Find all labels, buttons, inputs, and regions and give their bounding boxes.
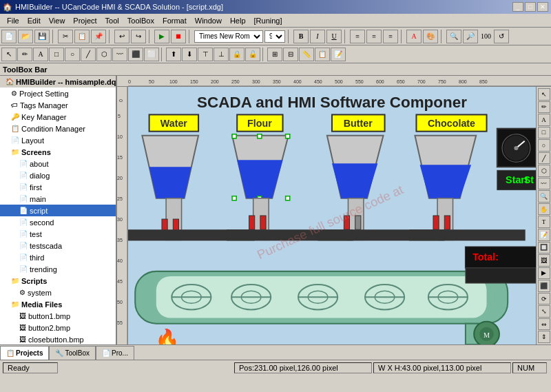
rt-hand[interactable]: ✋ <box>538 203 550 216</box>
prop-button[interactable]: 📋 <box>315 48 330 61</box>
align-top-button[interactable]: ⊤ <box>198 48 213 61</box>
rt-text[interactable]: A <box>538 114 550 126</box>
tree-screen-trending[interactable]: 📄 trending <box>0 263 116 275</box>
rt-line[interactable]: ╱ <box>538 152 550 165</box>
select-button[interactable]: ↖ <box>1 48 17 61</box>
menu-window[interactable]: Window <box>191 15 226 26</box>
snap-button[interactable]: ⊟ <box>283 48 298 61</box>
grid-button[interactable]: ⊞ <box>267 48 282 61</box>
tree-screen-testscada[interactable]: 📄 testscada <box>0 240 116 251</box>
stop-button[interactable]: ⏹ <box>171 30 186 43</box>
italic-button[interactable]: I <box>310 30 325 43</box>
move-back-button[interactable]: ⬇ <box>182 48 197 61</box>
align-bottom-button[interactable]: ⊥ <box>214 48 229 61</box>
rt-ellipse[interactable]: ○ <box>538 139 550 152</box>
rect-button[interactable]: □ <box>49 48 64 61</box>
cut-button[interactable]: ✂ <box>58 30 73 43</box>
tree-scripts[interactable]: 📁 Scripts <box>0 275 116 287</box>
bold-button[interactable]: B <box>293 30 309 43</box>
menu-project[interactable]: Project <box>69 15 101 26</box>
paste-button[interactable]: 📌 <box>91 30 106 43</box>
text-button[interactable]: A <box>33 48 48 61</box>
ruler-button[interactable]: 📏 <box>299 48 314 61</box>
tree-project-setting[interactable]: ⚙ Project Setting <box>0 87 116 99</box>
pointer-button[interactable]: ✏ <box>17 48 32 61</box>
zoom-reset-button[interactable]: ↺ <box>494 30 509 43</box>
rt-curve[interactable]: 〰 <box>538 178 550 190</box>
rt-select[interactable]: ↖ <box>538 88 550 101</box>
rt-flipv[interactable]: ⇕ <box>538 331 550 343</box>
menu-help[interactable]: Help <box>226 15 250 26</box>
ellipse-button[interactable]: ○ <box>65 48 80 61</box>
tree-screens[interactable]: 📁 Screens <box>0 146 116 158</box>
tree-screen-first[interactable]: 📄 first <box>0 181 116 193</box>
tree-screen-script[interactable]: 📄 script <box>0 205 116 216</box>
tree-layout[interactable]: 📄 Layout <box>0 134 116 146</box>
tree-screen-main[interactable]: 📄 main <box>0 193 116 205</box>
rt-zoom[interactable]: 🔍 <box>538 190 550 203</box>
save-button[interactable]: 💾 <box>34 30 50 43</box>
rt-rotate[interactable]: ⟳ <box>538 293 550 305</box>
line-button[interactable]: ╱ <box>81 48 96 61</box>
zoom-in-button[interactable]: 🔍 <box>446 30 461 43</box>
menu-edit[interactable]: Edit <box>23 15 45 26</box>
align-center-button[interactable]: ≡ <box>366 30 382 43</box>
tree-button2[interactable]: 🖼 button2.bmp <box>0 322 116 333</box>
group-button[interactable]: ⬛ <box>128 48 143 61</box>
maximize-button[interactable]: □ <box>525 2 536 12</box>
menu-running[interactable]: [Runing] <box>250 15 287 26</box>
rt-symbol[interactable]: 🔲 <box>538 242 550 254</box>
open-button[interactable]: 📂 <box>18 30 33 43</box>
menu-toolbox[interactable]: ToolBox <box>123 15 158 26</box>
move-front-button[interactable]: ⬆ <box>166 48 181 61</box>
new-button[interactable]: 📄 <box>1 30 17 43</box>
bg-color-button[interactable]: 🎨 <box>423 30 438 43</box>
close-button[interactable]: ✕ <box>537 2 548 12</box>
tree-system[interactable]: ⚙ system <box>0 287 116 298</box>
tree-screen-about[interactable]: 📄 about <box>0 158 116 169</box>
tree-screen-dialog[interactable]: 📄 dialog <box>0 169 116 181</box>
tree-closebutton[interactable]: 🖼 closebutton.bmp <box>0 333 116 344</box>
rt-resize[interactable]: ⤡ <box>538 305 550 318</box>
rt-note[interactable]: 📝 <box>538 229 550 241</box>
tree-screen-third[interactable]: 📄 third <box>0 251 116 263</box>
tree-root[interactable]: 🏠 HMIBuilder -- hmisample.dq <box>0 76 116 87</box>
rt-draw[interactable]: ✏ <box>538 101 550 114</box>
rt-rect[interactable]: □ <box>538 127 550 139</box>
minimize-button[interactable]: _ <box>512 2 523 12</box>
font-color-button[interactable]: A <box>406 30 422 43</box>
align-right-button[interactable]: ≡ <box>383 30 398 43</box>
poly-button[interactable]: ⬡ <box>96 48 112 61</box>
rt-stop[interactable]: ⬛ <box>538 280 550 292</box>
rt-image[interactable]: 🖼 <box>538 254 550 267</box>
canvas-content[interactable]: SCADA and HMI Software Componer Water <box>128 87 536 344</box>
redo-button[interactable]: ↪ <box>131 30 146 43</box>
menu-file[interactable]: File <box>3 15 23 26</box>
font-size-select[interactable]: 9 <box>264 30 285 43</box>
rt-play[interactable]: ▶ <box>538 267 550 280</box>
tree-tags-manager[interactable]: 🏷 Tags Manager <box>0 99 116 111</box>
lock-button[interactable]: 🔒 <box>229 48 245 61</box>
tab-toolbox[interactable]: 🔧 ToolBox <box>49 346 96 360</box>
font-name-select[interactable]: Times New Roman <box>194 30 263 43</box>
tab-properties[interactable]: 📄 Pro... <box>96 346 134 360</box>
tree-screen-second[interactable]: 📄 second <box>0 216 116 228</box>
rt-poly[interactable]: ⬡ <box>538 165 550 177</box>
ungroup-button[interactable]: ⬜ <box>144 48 159 61</box>
run-button[interactable]: ▶ <box>154 30 169 43</box>
rt-component[interactable]: T <box>538 216 550 228</box>
rt-fliph[interactable]: ⇔ <box>538 318 550 331</box>
menu-tool[interactable]: Tool <box>101 15 123 26</box>
tree-key-manager[interactable]: 🔑 Key Manager <box>0 111 116 123</box>
menu-view[interactable]: View <box>45 15 70 26</box>
spline-button[interactable]: 〰 <box>112 48 127 61</box>
tree-condition-manager[interactable]: 📋 Condition Manager <box>0 123 116 134</box>
script-button[interactable]: 📝 <box>331 48 346 61</box>
zoom-out-button[interactable]: 🔎 <box>463 30 478 43</box>
tree-media-files[interactable]: 📁 Media Files <box>0 298 116 310</box>
unlock-button[interactable]: 🔓 <box>245 48 260 61</box>
tab-projects[interactable]: 📋 Projects <box>0 346 49 360</box>
copy-button[interactable]: 📋 <box>74 30 90 43</box>
menu-format[interactable]: Format <box>158 15 191 26</box>
tree-screen-test[interactable]: 📄 test <box>0 228 116 240</box>
